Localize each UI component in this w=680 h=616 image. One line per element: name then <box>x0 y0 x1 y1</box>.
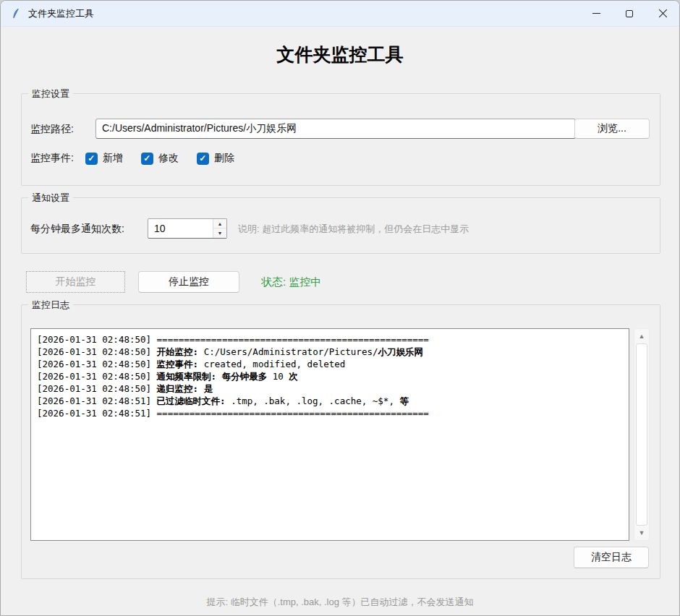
log-timestamp: [2026-01-31 02:48:51] <box>37 408 157 419</box>
log-scrollbar[interactable]: ▲ ▼ <box>634 328 650 541</box>
minimize-icon <box>592 13 600 14</box>
triangle-up-icon: ▲ <box>639 333 645 340</box>
log-timestamp: [2026-01-31 02:48:51] <box>37 395 157 406</box>
log-line: [2026-01-31 02:48:50] 递归监控: 是 <box>37 382 623 395</box>
log-text[interactable]: [2026-01-31 02:48:50] ==================… <box>30 328 629 541</box>
event-checkbox[interactable]: ✓删除 <box>197 152 234 165</box>
log-group-title: 监控日志 <box>28 299 73 312</box>
close-button[interactable] <box>646 1 679 26</box>
log-line: [2026-01-31 02:48:50] 开始监控: C:/Users/Adm… <box>37 346 623 358</box>
checkbox-checked-icon: ✓ <box>141 153 153 165</box>
controls-row: 开始监控 停止监控 状态: 监控中 <box>26 271 321 293</box>
start-monitor-button[interactable]: 开始监控 <box>26 271 125 293</box>
events-label: 监控事件: <box>30 152 74 165</box>
titlebar: 文件夹监控工具 <box>1 1 679 27</box>
notification-settings-title: 通知设置 <box>28 192 73 205</box>
event-checkboxes: ✓新增✓修改✓删除 <box>85 152 252 165</box>
path-label: 监控路径: <box>30 123 74 136</box>
log-timestamp: [2026-01-31 02:48:50] <box>37 359 157 369</box>
spin-down-button[interactable]: ▼ <box>213 228 226 238</box>
minimize-button[interactable] <box>579 1 613 26</box>
checkbox-checked-icon: ✓ <box>197 153 209 165</box>
checkbox-checked-icon: ✓ <box>85 153 98 165</box>
checkbox-label: 删除 <box>214 152 234 165</box>
log-line: [2026-01-31 02:48:50] ==================… <box>37 333 623 346</box>
rate-value: 10 <box>154 223 166 234</box>
events-row: 监控事件: ✓新增✓修改✓删除 <box>30 152 252 165</box>
spin-up-button[interactable]: ▲ <box>213 219 226 228</box>
path-row: 监控路径: 浏览... <box>30 119 650 139</box>
python-feather-icon <box>10 8 22 20</box>
maximize-button[interactable] <box>613 1 646 26</box>
rate-row: 每分钟最多通知次数: 10 ▲ ▼ 说明: 超过此频率的通知将被抑制，但仍会在日… <box>30 218 650 239</box>
log-timestamp: [2026-01-31 02:48:50] <box>37 334 157 345</box>
rate-label: 每分钟最多通知次数: <box>30 223 124 236</box>
stop-monitor-button[interactable]: 停止监控 <box>138 271 239 293</box>
monitor-settings-group: 监控设置 监控路径: 浏览... 监控事件: ✓新增✓修改✓删除 <box>21 93 660 186</box>
chevron-down-icon: ▼ <box>218 231 223 236</box>
log-timestamp: [2026-01-31 02:48:50] <box>37 383 157 394</box>
footer-hint: 提示: 临时文件（.tmp, .bak, .log 等）已自动过滤，不会发送通知 <box>1 596 679 609</box>
status-text: 状态: 监控中 <box>261 275 321 289</box>
log-line: [2026-01-31 02:48:51] 已过滤临时文件: .tmp, .ba… <box>37 395 623 407</box>
window-title: 文件夹监控工具 <box>28 7 94 20</box>
scroll-up-button[interactable]: ▲ <box>634 330 649 342</box>
log-timestamp: [2026-01-31 02:48:50] <box>37 346 157 357</box>
clear-log-button[interactable]: 清空日志 <box>574 547 649 568</box>
log-line: [2026-01-31 02:48:51] ==================… <box>37 407 623 419</box>
triangle-down-icon: ▼ <box>639 529 645 536</box>
browse-button[interactable]: 浏览... <box>574 119 650 139</box>
monitor-settings-title: 监控设置 <box>28 87 73 100</box>
window-controls <box>579 1 679 26</box>
page-title: 文件夹监控工具 <box>1 43 679 67</box>
notification-settings-group: 通知设置 每分钟最多通知次数: 10 ▲ ▼ 说明: 超过此频率的通知将被抑制，… <box>21 197 660 254</box>
scrollbar-thumb[interactable] <box>636 343 647 526</box>
checkbox-label: 新增 <box>103 152 123 165</box>
event-checkbox[interactable]: ✓修改 <box>141 152 179 165</box>
checkbox-label: 修改 <box>158 152 179 165</box>
close-icon <box>658 9 668 18</box>
log-line: [2026-01-31 02:48:50] 监控事件: created, mod… <box>37 358 623 370</box>
maximize-icon <box>626 10 633 17</box>
log-timestamp: [2026-01-31 02:48:50] <box>37 371 157 382</box>
rate-spinbox[interactable]: 10 ▲ ▼ <box>148 218 227 239</box>
spinner-buttons: ▲ ▼ <box>213 219 226 238</box>
event-checkbox[interactable]: ✓新增 <box>85 152 123 165</box>
app-window: 文件夹监控工具 文件夹监控工具 监控设置 监控路径: 浏览... 监控事件: ✓… <box>0 0 680 616</box>
path-input[interactable] <box>95 119 576 139</box>
chevron-up-icon: ▲ <box>218 221 223 226</box>
log-group: 监控日志 [2026-01-31 02:48:50] =============… <box>21 304 660 579</box>
log-line: [2026-01-31 02:48:50] 通知频率限制: 每分钟最多 10 次 <box>37 370 623 382</box>
rate-hint: 说明: 超过此频率的通知将被抑制，但仍会在日志中显示 <box>238 223 469 236</box>
scroll-down-button[interactable]: ▼ <box>634 527 649 539</box>
